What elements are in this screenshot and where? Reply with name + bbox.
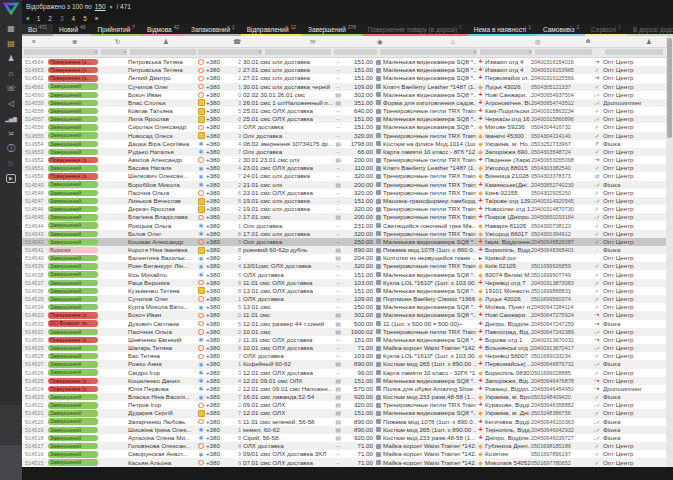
table-row[interactable]: 514526ЗавершенийСвідро Ігор∗+380312.01 с…: [22, 369, 666, 377]
table-row[interactable]: 514555ЗавершенийНовосад Олеся+3803Олх до…: [22, 132, 666, 140]
table-row[interactable]: 514515ЗавершенийКасьян Альона+380907.01 …: [22, 458, 666, 466]
table-row[interactable]: 514516ЗавершенийСкворунская Анаст...∗+38…: [22, 450, 666, 458]
clients-icon[interactable]: ♟: [0, 51, 22, 66]
table-row[interactable]: 514529ЗавершенийШапарь Тетяна+380910.01 …: [22, 344, 666, 352]
payment-column-icon[interactable]: ◉: [377, 37, 383, 46]
settings-icon[interactable]: ≍: [0, 126, 22, 141]
pagination-page[interactable]: 2: [48, 15, 52, 22]
client-column-icon[interactable]: ♟: [163, 37, 169, 46]
table-row[interactable]: 514550Повернення (з...Шелкович Олексан..…: [22, 172, 666, 180]
tab-return-transit[interactable]: Повернення товару (в дорозі)0: [362, 24, 468, 36]
table-row[interactable]: 514519ЗавершенийШишкіна Ірина Олек...∗+3…: [22, 426, 666, 434]
tab-pickup[interactable]: Самовивіз2: [537, 24, 585, 36]
tab-service[interactable]: Сервісні0: [585, 24, 627, 36]
manager-column-icon[interactable]: ♟: [646, 37, 652, 46]
tab-out-of-stock[interactable]: Нема в наявності1: [468, 24, 537, 36]
table-row[interactable]: 514546ЗавершенийДеркач Ярослав+380219.01…: [22, 205, 666, 213]
phone-column-icon[interactable]: ☎: [233, 37, 241, 46]
table-row[interactable]: 514551ЗавершенийБасова Наталя∗+380423.01…: [22, 164, 666, 172]
table-row[interactable]: 514520ЗавершенийЗахарченко Любовь+380511…: [22, 418, 666, 426]
pagination-last-icon[interactable]: »: [95, 15, 98, 22]
stats-icon[interactable]: ▂▅▇: [0, 111, 22, 126]
comment-column-icon[interactable]: ✉: [310, 37, 315, 46]
table-row[interactable]: 514524Повернення (з...Юлія Первова∗+3802…: [22, 385, 666, 393]
table-row[interactable]: 514544ЗавершенийРокіцька Ольга∗+3801Олх …: [22, 221, 666, 229]
pagination-page[interactable]: 3: [60, 15, 64, 22]
tab-all[interactable]: Всі471: [22, 24, 53, 36]
ttn-column-icon[interactable]: ıllı: [586, 37, 590, 46]
orders-column-icon[interactable]: ≣: [72, 37, 77, 46]
app-logo-icon[interactable]: [3, 2, 19, 15]
tab-packed[interactable]: Запакований1: [185, 24, 241, 36]
table-row[interactable]: 514562Повернення (з...Легкий Дмитро+3802…: [22, 74, 666, 82]
table-row[interactable]: 514542ЗавершенийКошмак Александр+3805Олх…: [22, 238, 666, 246]
table-row[interactable]: 514518ЗавершенийАртюхіна Олена Ми...∗+38…: [22, 434, 666, 442]
video-icon[interactable]: ▶: [0, 171, 22, 186]
table-row[interactable]: 514558ЗавершенийКовпак Татьяна+380525.01…: [22, 107, 666, 115]
table-row[interactable]: 514527ЗавершенийРожко Анна∗+3801Кофейный…: [22, 360, 666, 368]
table-row[interactable]: 514564Повернення (з...Петровська Тетяна+…: [22, 58, 666, 66]
info-icon[interactable]: ⓘ: [0, 141, 22, 156]
table-row[interactable]: 514532DO Возврат ок...Дукович Світлана+3…: [22, 320, 666, 328]
pagination-first-icon[interactable]: «: [26, 15, 29, 22]
filter-input[interactable]: ▾: [101, 49, 127, 55]
table-row[interactable]: 514537ЗавершенийРаца Вероніка+380611.01 …: [22, 279, 666, 287]
filter-input[interactable]: [605, 49, 663, 55]
table-row[interactable]: 514525Повернення (з...Кошеленко Данил∗+3…: [22, 377, 666, 385]
table-row[interactable]: 514561ЗавершенийСучилов Олег+380130.01 с…: [22, 83, 666, 91]
filter-input[interactable]: ▾: [198, 49, 262, 55]
table-row[interactable]: 514533Повернення (з...Бокоч Иван+380011.…: [22, 311, 666, 319]
table-row[interactable]: 514563Повернення (з...Петровська Тетяна+…: [22, 66, 666, 74]
pagination-page[interactable]: 5: [83, 15, 87, 22]
tab-on-way-home[interactable]: В дорозі додому0: [627, 24, 673, 36]
table-row[interactable]: 514535ЗавершенийСучилов Олег+3801ОЛХ дос…: [22, 295, 666, 303]
vertical-scrollbar[interactable]: [666, 36, 673, 467]
table-row[interactable]: 514547ЗавершенийЛиньков Вячеслав+380819.…: [22, 197, 666, 205]
calls-icon[interactable]: ☏: [0, 81, 22, 96]
filter-input[interactable]: ▾: [24, 49, 98, 55]
per-page-dropdown[interactable]: 150: [95, 3, 106, 10]
support-icon[interactable]: ☞: [0, 156, 22, 171]
filter-input[interactable]: ▾: [480, 49, 532, 55]
table-row[interactable]: 514554ЗавершенийДацюк Віра Сергіївна∗+38…: [22, 140, 666, 148]
company-icon[interactable]: ⌂: [0, 66, 22, 81]
tab-accepted[interactable]: Прийнятий7: [91, 24, 141, 36]
filter-input[interactable]: [130, 49, 196, 55]
table-row[interactable]: 514552Повернення (з...Авилов Александр+3…: [22, 156, 666, 164]
scrollbar-thumb[interactable]: [667, 38, 672, 138]
table-row[interactable]: 514538ЗавершенийКісь Михайло∗+3806ОЛХ до…: [22, 270, 666, 278]
table-row[interactable]: 514521ЗавершенийДударев Сергій+380712.01…: [22, 409, 666, 417]
table-row[interactable]: 514536ЗавершенийКузьменко Тетяна+380813.…: [22, 287, 666, 295]
pagination-page[interactable]: 4: [72, 15, 76, 22]
table-row[interactable]: 514548ЗавершенийПасічна Ольга+380623.01 …: [22, 189, 666, 197]
filter-input[interactable]: [535, 49, 592, 55]
table-row[interactable]: 514556ЗавершенийСиротюк Олександр+3803ОЛ…: [22, 123, 666, 131]
table-row[interactable]: 514523ЗавершенийВласюк Ніна Василі...∗+3…: [22, 393, 666, 401]
tab-completed[interactable]: Завершений278: [302, 24, 362, 36]
filter-input[interactable]: [265, 49, 331, 55]
table-row[interactable]: 514531ЗавершенийПасічник Ольга+380210.01…: [22, 328, 666, 336]
tab-refused[interactable]: Відмова42: [141, 24, 185, 36]
table-row[interactable]: 514530Повернення (з...Шевченко Евгений∗+…: [22, 336, 666, 344]
status-column-icon[interactable]: ≡: [32, 37, 36, 46]
table-row[interactable]: 514540ЗавершенийВалентина Васильє...∗+38…: [22, 254, 666, 262]
table-row[interactable]: 514560ЗавершенийБокоч Иван+380002.02 30.…: [22, 91, 666, 99]
marketing-icon[interactable]: ◁: [0, 96, 22, 111]
table-row[interactable]: 514545ЗавершенийБлагінна Владіслава+3800…: [22, 213, 666, 221]
table-row[interactable]: 514517ЗавершенийГоловінова Олексан...+38…: [22, 442, 666, 450]
table-row[interactable]: 514539ЗавершенийРоке-Бетанкурт Лін...∗+3…: [22, 262, 666, 270]
table-row[interactable]: 514559ЗавершенийВлас Слотюк+380326.01 см…: [22, 99, 666, 107]
table-row[interactable]: 514557ЗавершенийЛила Ярослав+380025.01 с…: [22, 115, 666, 123]
table-row[interactable]: 514534ЗавершенийКурта Микола Вікто...∗+3…: [22, 303, 666, 311]
location-column-icon[interactable]: ◎: [535, 37, 541, 46]
table-row[interactable]: 514541ВідмоваКоротя Ніна Іванівна+3808ро…: [22, 246, 666, 254]
table-row[interactable]: 514543ЗавершенийБєлов Олег∗+380817.01 см…: [22, 230, 666, 238]
tab-new[interactable]: Новий48: [53, 24, 91, 36]
table-row[interactable]: 514549ЗавершенийВоробйов Микола∗+380221.…: [22, 181, 666, 189]
pagination-page[interactable]: 1: [37, 15, 41, 22]
dashboard-icon[interactable]: ▦: [0, 21, 22, 36]
table-row[interactable]: 514528ЗавершенийБас Тетяна+3807ОЛХ доста…: [22, 352, 666, 360]
source-column-icon[interactable]: ↻: [115, 37, 120, 46]
filter-input[interactable]: [334, 49, 377, 55]
filter-input[interactable]: ▾: [380, 49, 477, 55]
